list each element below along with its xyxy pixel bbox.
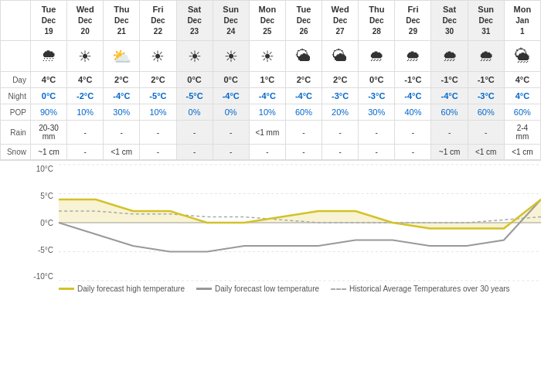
weather-icon-7: 🌥 <box>285 41 322 72</box>
weather-icon-11: 🌧 <box>431 41 468 72</box>
rain-7: - <box>285 121 322 145</box>
day-temp-8: 2°C <box>322 72 359 88</box>
y-label: 5°C <box>29 192 53 200</box>
pop-12: 60% <box>468 104 504 121</box>
day-header-11: SatDec30 <box>431 1 468 41</box>
legend-low-line <box>196 288 212 290</box>
snow-row: Snow ~1 cm-<1 cm--------~1 cm<1 cm<1 cm <box>1 145 541 160</box>
rain-5: - <box>213 121 249 145</box>
day-header-7: TueDec26 <box>285 1 322 41</box>
day-header-8: WedDec27 <box>322 1 359 41</box>
weather-widget: TueDec19WedDec20ThuDec21FriDec22SatDec23… <box>0 0 541 297</box>
rain-8: - <box>322 121 359 145</box>
weather-icon-8: 🌥 <box>322 41 359 72</box>
snow-12: <1 cm <box>468 145 504 160</box>
day-temp-6: 1°C <box>249 72 285 88</box>
rain-10: - <box>395 121 431 145</box>
pop-0: 90% <box>30 104 66 121</box>
night-temp-6: -4°C <box>249 88 285 104</box>
night-temp-3: -5°C <box>140 88 176 104</box>
snow-7: - <box>285 145 322 160</box>
night-temp-11: -4°C <box>431 88 468 104</box>
weather-icon-0: 🌨 <box>30 41 66 72</box>
snow-13: <1 cm <box>504 145 540 160</box>
rain-row: Rain 20-30 mm-----<1 mm------2-4 mm <box>1 121 541 145</box>
rain-2: - <box>104 121 140 145</box>
night-temp-row: Night 0°C-2°C-4°C-5°C-5°C-4°C-4°C-4°C-3°… <box>1 88 541 104</box>
night-temp-4: -5°C <box>176 88 213 104</box>
day-temp-2: 2°C <box>104 72 140 88</box>
y-axis-labels: 10°C5°C0°C-5°C-10°C <box>29 165 56 281</box>
day-temp-12: -1°C <box>468 72 504 88</box>
pop-9: 30% <box>359 104 395 121</box>
snow-6: - <box>249 145 285 160</box>
rain-12: - <box>468 121 504 145</box>
rain-11: - <box>431 121 468 145</box>
snow-11: ~1 cm <box>431 145 468 160</box>
pop-8: 20% <box>322 104 359 121</box>
chart-legend: Daily forecast high temperature Daily fo… <box>29 281 541 293</box>
pop-5: 0% <box>213 104 249 121</box>
forecast-table: TueDec19WedDec20ThuDec21FriDec22SatDec23… <box>0 0 541 160</box>
snow-4: - <box>176 145 213 160</box>
y-label: 0°C <box>29 219 53 227</box>
day-temp-4: 0°C <box>176 72 213 88</box>
day-header-12: SunDec31 <box>468 1 504 41</box>
night-label: Night <box>1 88 31 104</box>
legend-low-label: Daily forecast low temperature <box>215 285 319 293</box>
weather-icon-9: 🌧 <box>359 41 395 72</box>
day-temp-0: 4°C <box>30 72 66 88</box>
y-label: -10°C <box>29 272 53 281</box>
snow-2: <1 cm <box>104 145 140 160</box>
night-temp-5: -4°C <box>213 88 249 104</box>
y-label: -5°C <box>29 246 53 254</box>
rain-9: - <box>359 121 395 145</box>
day-label: Day <box>1 72 31 88</box>
night-temp-2: -4°C <box>104 88 140 104</box>
day-temp-11: -1°C <box>431 72 468 88</box>
day-header-6: MonDec25 <box>249 1 285 41</box>
rain-13: 2-4 mm <box>504 121 540 145</box>
pop-label: POP <box>1 104 31 121</box>
legend-historical: Historical Average Temperatures over 30 … <box>331 285 510 293</box>
night-temp-12: -3°C <box>468 88 504 104</box>
day-temp-10: -1°C <box>395 72 431 88</box>
day-header-0: TueDec19 <box>30 1 66 41</box>
day-header-3: FriDec22 <box>140 1 176 41</box>
day-temp-row: Day 4°C4°C2°C2°C0°C0°C1°C2°C2°C0°C-1°C-1… <box>1 72 541 88</box>
legend-hist-line <box>331 288 346 290</box>
day-temp-7: 2°C <box>285 72 322 88</box>
day-temp-9: 0°C <box>359 72 395 88</box>
night-temp-1: -2°C <box>67 88 104 104</box>
night-temp-0: 0°C <box>30 88 66 104</box>
snow-3: - <box>140 145 176 160</box>
weather-icon-12: 🌧 <box>468 41 504 72</box>
snow-9: - <box>359 145 395 160</box>
pop-3: 10% <box>140 104 176 121</box>
legend-high: Daily forecast high temperature <box>59 285 185 293</box>
pop-11: 60% <box>431 104 468 121</box>
snow-0: ~1 cm <box>30 145 66 160</box>
legend-hist-label: Historical Average Temperatures over 30 … <box>349 285 510 293</box>
rain-6: <1 mm <box>249 121 285 145</box>
day-header-4: SatDec23 <box>176 1 213 41</box>
pop-4: 0% <box>176 104 213 121</box>
weather-icon-5: ☀ <box>213 41 249 72</box>
snow-10: - <box>395 145 431 160</box>
icon-row: 🌨☀⛅☀☀☀☀🌥🌥🌧🌧🌧🌧🌦 <box>1 41 541 72</box>
weather-icon-2: ⛅ <box>104 41 140 72</box>
snow-label: Snow <box>1 145 31 160</box>
y-label: 10°C <box>29 165 53 173</box>
pop-13: 60% <box>504 104 540 121</box>
weather-icon-13: 🌦 <box>504 41 540 72</box>
temperature-chart-container: 10°C5°C0°C-5°C-10°C <box>0 160 541 297</box>
snow-8: - <box>322 145 359 160</box>
pop-6: 10% <box>249 104 285 121</box>
legend-high-label: Daily forecast high temperature <box>77 285 185 293</box>
night-temp-7: -4°C <box>285 88 322 104</box>
weather-icon-4: ☀ <box>176 41 213 72</box>
weather-icon-3: ☀ <box>140 41 176 72</box>
day-header-13: MonJan1 <box>504 1 540 41</box>
rain-3: - <box>140 121 176 145</box>
day-temp-1: 4°C <box>67 72 104 88</box>
